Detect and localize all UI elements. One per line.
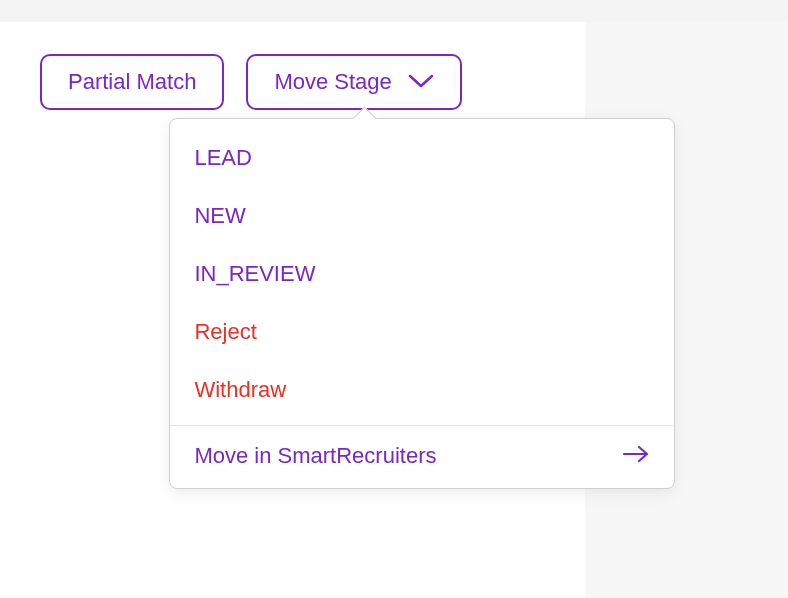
main-panel: Partial Match Move Stage LEAD NEW (0, 22, 585, 598)
dropdown-item-reject[interactable]: Reject (170, 303, 674, 361)
move-stage-dropdown: LEAD NEW IN_REVIEW Reject Withdraw Move … (169, 118, 675, 489)
dropdown-item-new[interactable]: NEW (170, 187, 674, 245)
dropdown-item-label: Reject (194, 319, 256, 344)
dropdown-item-in-review[interactable]: IN_REVIEW (170, 245, 674, 303)
top-bar (0, 0, 788, 22)
dropdown-item-withdraw[interactable]: Withdraw (170, 361, 674, 419)
button-row: Partial Match Move Stage LEAD NEW (40, 54, 545, 110)
arrow-right-icon (622, 443, 650, 469)
move-stage-label: Move Stage (274, 69, 391, 95)
dropdown-action-label: Move in SmartRecruiters (194, 443, 436, 469)
dropdown-item-lead[interactable]: LEAD (170, 129, 674, 187)
move-stage-button[interactable]: Move Stage (246, 54, 461, 110)
dropdown-item-label: LEAD (194, 145, 251, 170)
dropdown-item-label: Withdraw (194, 377, 286, 402)
dropdown-item-label: IN_REVIEW (194, 261, 315, 286)
move-stage-anchor: Move Stage LEAD NEW IN_REVIEW (246, 54, 461, 110)
dropdown-item-label: NEW (194, 203, 245, 228)
partial-match-label: Partial Match (68, 69, 196, 95)
partial-match-button[interactable]: Partial Match (40, 54, 224, 110)
dropdown-action-move-external[interactable]: Move in SmartRecruiters (170, 425, 674, 488)
chevron-down-icon (408, 69, 434, 95)
